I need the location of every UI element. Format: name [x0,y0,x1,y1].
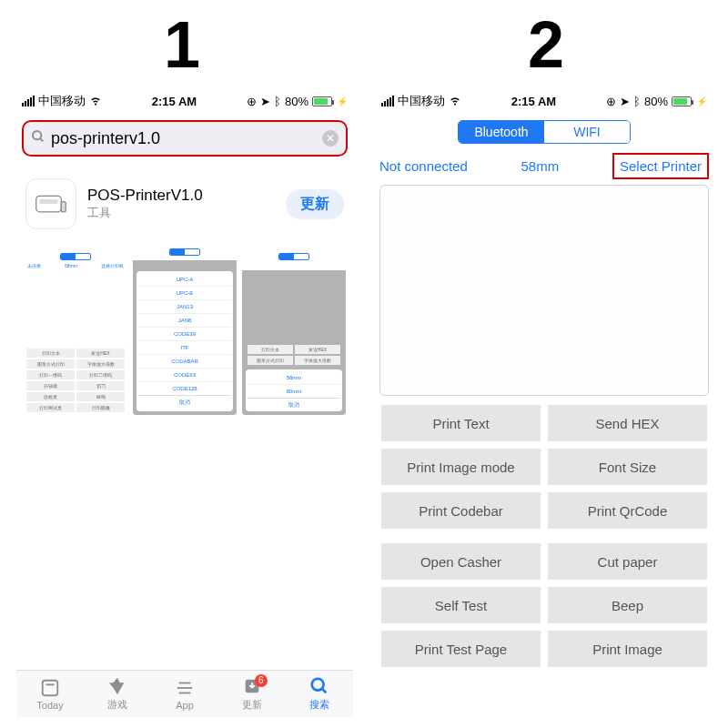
phone-2: 中国移动 2:15 AM ⊕ ➤ ᛒ 80% ⚡ Bluetooth WIFI … [376,91,713,717]
updates-badge: 6 [255,674,268,687]
update-button[interactable]: 更新 [286,189,344,219]
action-button[interactable]: Print Image [548,631,707,667]
charging-icon: ⚡ [337,96,348,106]
status-bar-2: 中国移动 2:15 AM ⊕ ➤ ᛒ 80% ⚡ [376,91,713,111]
phone-1: 中国移动 2:15 AM ⊕ ➤ ᛒ 80% ⚡ pos-printerv1.0… [16,91,353,717]
connection-status[interactable]: Not connected [379,158,468,174]
search-result-row[interactable]: POS-PrinterV1.0 工具 更新 [16,160,353,240]
location-icon: ➤ [260,95,270,108]
thumb1-buttons: 打印文本发送HEX图形方式打印字体放大倍数打印一维码打印二维码开钱箱切刀自检页蜂… [24,346,127,415]
button-grid-2: Open CasherCut paperSelf TestBeepPrint T… [376,543,713,667]
screenshot-thumb[interactable]: 打印文本发送HEX图形方式打印字体放大倍数 58mm80mm取消 [242,246,346,415]
action-button[interactable]: Print Text [381,405,541,441]
output-area[interactable] [379,185,709,396]
tab-games[interactable]: 游戏 [84,671,151,717]
select-printer-button[interactable]: Select Printer [612,153,709,179]
segment-wifi[interactable]: WIFI [544,121,630,143]
action-button[interactable]: Print Test Page [381,631,541,667]
action-button[interactable]: Print QrCode [548,492,707,529]
svg-line-1 [40,138,43,141]
battery-pct: 80% [285,95,308,108]
signal-icon [22,96,35,106]
action-button[interactable]: Beep [548,587,707,623]
status-time: 2:15 AM [152,95,197,108]
wifi-icon [89,94,102,109]
tab-search[interactable]: 搜索 [286,671,353,717]
svg-line-12 [322,689,327,693]
signal-icon [381,96,394,106]
thumb3-sheet: 58mm80mm取消 [246,369,342,411]
clear-search-button[interactable]: ✕ [322,130,339,147]
thumb2-sheet: UPC-AUPC-EJAN13JAN8CODE39ITFCODABARCODE9… [136,271,233,411]
location-icon: ➤ [620,95,630,108]
search-query-text: pos-printerv1.0 [51,129,322,148]
svg-rect-3 [40,199,58,204]
status-time: 2:15 AM [511,95,556,108]
tab-bar: Today 游戏 App 6 更新 搜索 [16,670,353,717]
action-button[interactable]: Self Test [381,587,541,623]
segment-bluetooth[interactable]: Bluetooth [459,121,544,143]
connection-segmented-control[interactable]: Bluetooth WIFI [458,120,631,144]
tab-updates[interactable]: 6 更新 [218,671,286,717]
screenshot-thumb[interactable]: UPC-AUPC-EJAN13JAN8CODE39ITFCODABARCODE9… [133,246,237,415]
button-grid-1: Print TextSend HEXPrint Image modeFont S… [376,405,713,529]
carrier-label: 中国移动 [38,93,86,109]
app-category: 工具 [87,205,286,221]
action-button[interactable]: Open Casher [381,543,541,580]
bluetooth-icon: ᛒ [274,95,281,108]
screenshot-thumb[interactable]: 未连接58mm选择打印机 打印文本发送HEX图形方式打印字体放大倍数打印一维码打… [24,246,127,415]
search-icon [31,129,46,148]
app-icon [25,178,76,229]
svg-rect-4 [61,202,66,212]
svg-point-0 [33,131,41,139]
tab-today[interactable]: Today [16,671,84,717]
screenshot-gallery[interactable]: 未连接58mm选择打印机 打印文本发送HEX图形方式打印字体放大倍数打印一维码打… [16,240,353,420]
action-button[interactable]: Print Image mode [381,449,541,485]
charging-icon: ⚡ [696,96,707,106]
step-1-label: 1 [9,7,355,82]
battery-icon [672,96,692,106]
svg-point-11 [312,679,324,691]
action-button[interactable]: Cut paper [548,543,707,580]
orientation-icon: ⊕ [606,95,616,108]
action-button[interactable]: Send HEX [548,405,707,441]
status-bar: 中国移动 2:15 AM ⊕ ➤ ᛒ 80% ⚡ [16,91,353,111]
step-2-label: 2 [373,7,719,82]
paper-width[interactable]: 58mm [521,158,560,174]
app-name: POS-PrinterV1.0 [87,187,286,205]
tab-apps[interactable]: App [151,671,218,717]
search-field[interactable]: pos-printerv1.0 ✕ [22,120,348,157]
battery-icon [312,96,332,106]
battery-pct: 80% [644,95,668,108]
orientation-icon: ⊕ [247,95,257,108]
connection-subrow: Not connected 58mm Select Printer [376,149,713,185]
svg-rect-5 [43,680,58,695]
bluetooth-icon: ᛒ [633,95,641,108]
wifi-icon [449,94,461,109]
thumb3-buttons: 打印文本发送HEX图形方式打印字体放大倍数 [246,274,342,367]
action-button[interactable]: Font Size [548,449,707,485]
action-button[interactable]: Print Codebar [381,492,541,529]
carrier-label: 中国移动 [398,93,445,109]
